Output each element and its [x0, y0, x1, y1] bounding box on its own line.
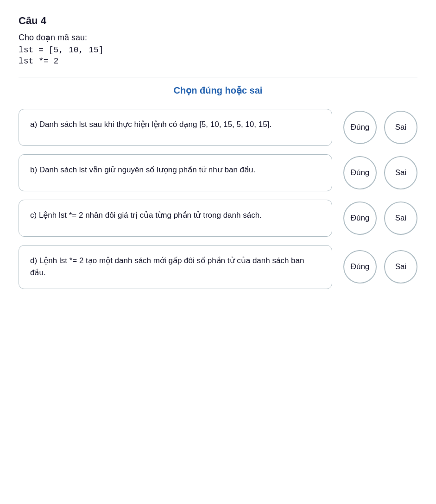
section-label: Chọn đúng hoặc sai [19, 85, 417, 96]
question-intro: Cho đoạn mã sau: [19, 32, 417, 43]
dung-button-d[interactable]: Đúng [343, 250, 377, 284]
dung-button-a[interactable]: Đúng [343, 111, 377, 144]
answer-buttons-d: Đúng Sai [343, 250, 417, 284]
answer-row-d: d) Lệnh lst *= 2 tạo một danh sách mới g… [19, 245, 417, 289]
dung-button-c[interactable]: Đúng [343, 202, 377, 235]
answer-box-c: c) Lệnh lst *= 2 nhân đôi giá trị của từ… [19, 200, 332, 237]
answer-rows: a) Danh sách lst sau khi thực hiện lệnh … [19, 109, 417, 289]
section-divider [19, 77, 417, 77]
answer-row-c: c) Lệnh lst *= 2 nhân đôi giá trị của từ… [19, 200, 417, 237]
answer-box-b: b) Danh sách lst vẫn giữ nguyên số lượng… [19, 154, 332, 191]
code-line-1: lst = [5, 10, 15] [19, 45, 417, 55]
answer-row-a: a) Danh sách lst sau khi thực hiện lệnh … [19, 109, 417, 146]
question-container: Câu 4 Cho đoạn mã sau: lst = [5, 10, 15]… [19, 15, 417, 289]
sai-button-b[interactable]: Sai [384, 156, 417, 189]
answer-row-b: b) Danh sách lst vẫn giữ nguyên số lượng… [19, 154, 417, 191]
sai-button-c[interactable]: Sai [384, 202, 417, 235]
answer-box-d: d) Lệnh lst *= 2 tạo một danh sách mới g… [19, 245, 332, 289]
sai-button-d[interactable]: Sai [384, 250, 417, 284]
answer-buttons-a: Đúng Sai [343, 111, 417, 144]
code-line-2: lst *= 2 [19, 57, 417, 66]
sai-button-a[interactable]: Sai [384, 111, 417, 144]
answer-buttons-c: Đúng Sai [343, 202, 417, 235]
question-title: Câu 4 [19, 15, 417, 27]
dung-button-b[interactable]: Đúng [343, 156, 377, 189]
answer-box-a: a) Danh sách lst sau khi thực hiện lệnh … [19, 109, 332, 146]
answer-buttons-b: Đúng Sai [343, 156, 417, 189]
